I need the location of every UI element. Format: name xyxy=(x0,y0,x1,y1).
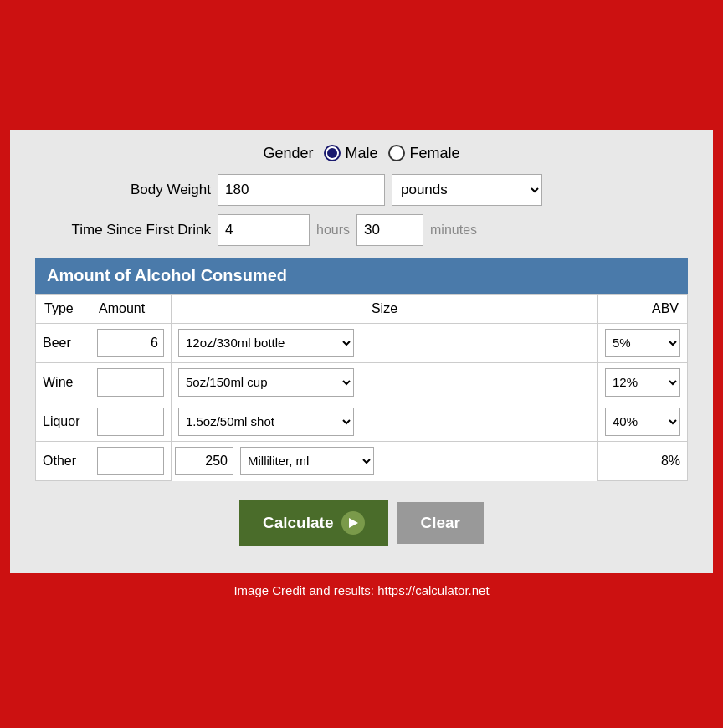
wine-abv-cell: 12% 10% 14% xyxy=(598,362,688,402)
minutes-unit-label: minutes xyxy=(430,223,477,238)
male-label: Male xyxy=(346,145,378,162)
clear-label: Clear xyxy=(420,514,460,531)
liquor-type: Liquor xyxy=(36,402,90,441)
col-type: Type xyxy=(36,294,90,323)
table-row: Other Milliliter, ml Ounce, oz 8% xyxy=(36,441,688,480)
liquor-size-select[interactable]: 1.5oz/50ml shot 1oz/30ml shot 2oz/60ml s… xyxy=(178,408,354,436)
table-row: Liquor 1.5oz/50ml shot 1oz/30ml shot 2oz… xyxy=(36,402,688,441)
beer-abv-cell: 5% 4% 6% xyxy=(598,323,688,362)
col-amount: Amount xyxy=(90,294,172,323)
wine-size-select[interactable]: 5oz/150ml cup 4oz/120ml cup 6oz/180ml cu… xyxy=(178,368,354,397)
other-size-unit-select[interactable]: Milliliter, ml Ounce, oz xyxy=(240,447,374,475)
outer-border: Gender Male Female Body Weight pounds ki… xyxy=(0,120,723,609)
calculator-card: Gender Male Female Body Weight pounds ki… xyxy=(8,128,715,575)
beer-amount-input[interactable] xyxy=(97,329,164,357)
wine-size-cell: 5oz/150ml cup 4oz/120ml cup 6oz/180ml cu… xyxy=(172,362,598,402)
female-radio-group[interactable]: Female xyxy=(388,145,460,162)
gender-row: Gender Male Female xyxy=(35,145,688,162)
body-weight-input[interactable] xyxy=(218,174,385,206)
col-size: Size xyxy=(172,294,598,323)
body-weight-label: Body Weight xyxy=(35,182,211,198)
male-radio[interactable] xyxy=(324,145,341,161)
female-radio[interactable] xyxy=(388,145,405,161)
svg-marker-0 xyxy=(349,518,358,528)
beer-size-select[interactable]: 12oz/330ml bottle 16oz/473ml can 22oz/65… xyxy=(178,329,354,357)
beer-abv-select[interactable]: 5% 4% 6% xyxy=(605,329,680,357)
other-amount-cell xyxy=(90,441,172,480)
hours-input[interactable] xyxy=(218,214,310,246)
liquor-amount-cell xyxy=(90,402,172,441)
table-row: Beer 12oz/330ml bottle 16oz/473ml can 22… xyxy=(36,323,688,362)
col-abv: ABV xyxy=(598,294,688,323)
liquor-abv-cell: 40% 35% 45% xyxy=(598,402,688,441)
body-weight-row: Body Weight pounds kilograms xyxy=(35,174,688,206)
liquor-amount-input[interactable] xyxy=(97,408,164,436)
play-triangle-icon xyxy=(347,517,359,529)
weight-unit-select[interactable]: pounds kilograms xyxy=(392,174,542,206)
wine-type: Wine xyxy=(36,362,90,402)
table-row: Wine 5oz/150ml cup 4oz/120ml cup 6oz/180… xyxy=(36,362,688,402)
other-amount-input[interactable] xyxy=(97,447,164,475)
other-size-value-input[interactable] xyxy=(175,447,233,475)
female-label: Female xyxy=(410,145,460,162)
other-size-cell: Milliliter, ml Ounce, oz xyxy=(172,442,597,480)
wine-amount-input[interactable] xyxy=(97,368,164,397)
footer: Image Credit and results: https://calcul… xyxy=(8,575,715,601)
calculate-button[interactable]: Calculate xyxy=(239,500,388,546)
wine-abv-select[interactable]: 12% 10% 14% xyxy=(605,368,680,397)
button-row: Calculate Clear xyxy=(35,500,688,546)
alcohol-section-header: Amount of Alcohol Consumed xyxy=(35,258,688,294)
liquor-size-cell: 1.5oz/50ml shot 1oz/30ml shot 2oz/60ml s… xyxy=(172,402,598,441)
other-type: Other xyxy=(36,441,90,480)
calculate-label: Calculate xyxy=(263,514,333,532)
wine-amount-cell xyxy=(90,362,172,402)
time-label: Time Since First Drink xyxy=(35,222,211,238)
male-radio-group[interactable]: Male xyxy=(324,145,378,162)
footer-text: Image Credit and results: https://calcul… xyxy=(233,583,489,597)
hours-unit-label: hours xyxy=(316,223,350,238)
beer-size-cell: 12oz/330ml bottle 16oz/473ml can 22oz/65… xyxy=(172,323,598,362)
play-icon xyxy=(341,511,365,535)
other-abv-display: 8% xyxy=(598,441,688,480)
time-input-group: hours minutes xyxy=(218,214,484,246)
beer-type: Beer xyxy=(36,323,90,362)
beer-amount-cell xyxy=(90,323,172,362)
minutes-input[interactable] xyxy=(356,214,423,246)
time-row: Time Since First Drink hours minutes xyxy=(35,214,688,246)
clear-button[interactable]: Clear xyxy=(397,502,484,544)
alcohol-table: Type Amount Size ABV Beer 12oz/330ml bot… xyxy=(35,294,688,481)
gender-label: Gender xyxy=(263,145,313,162)
liquor-abv-select[interactable]: 40% 35% 45% xyxy=(605,408,680,436)
